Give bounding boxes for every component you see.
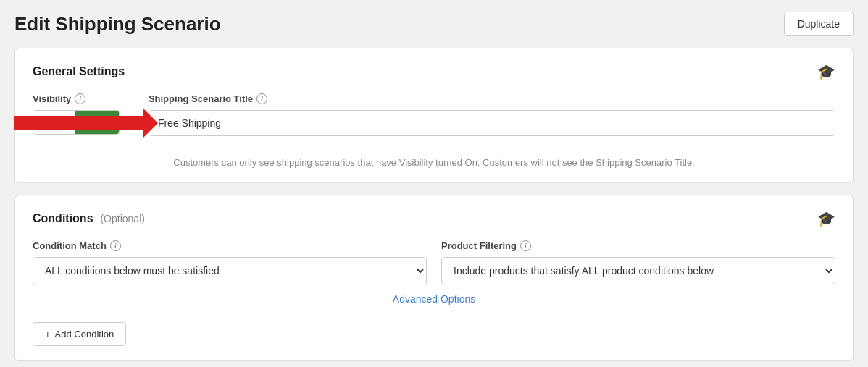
page-title: Edit Shipping Scenario — [14, 13, 221, 35]
conditions-form-row: Condition Match i ALL conditions below m… — [33, 240, 835, 284]
visibility-notice: Customers can only see shipping scenario… — [33, 148, 835, 168]
condition-match-label: Condition Match i — [33, 240, 427, 251]
product-filtering-group: Product Filtering i Include products tha… — [441, 240, 835, 284]
add-condition-area: + Add Condition — [33, 313, 835, 346]
product-filtering-label: Product Filtering i — [441, 240, 835, 251]
visibility-info-icon[interactable]: i — [75, 93, 85, 104]
general-settings-title: General Settings — [33, 65, 125, 78]
add-icon: + — [45, 329, 51, 339]
conditions-header: Conditions (Optional) 🎓 — [33, 210, 835, 227]
help-icon[interactable]: 🎓 — [817, 63, 835, 80]
conditions-title: Conditions — [33, 212, 93, 224]
conditions-help-icon[interactable]: 🎓 — [817, 210, 835, 227]
title-label: Shipping Scenario Title i — [149, 93, 835, 104]
scenario-title-input[interactable] — [149, 110, 835, 136]
product-filtering-info-icon[interactable]: i — [520, 240, 531, 251]
general-settings-header: General Settings 🎓 — [33, 63, 835, 80]
condition-match-info-icon[interactable]: i — [110, 240, 121, 251]
conditions-optional: (Optional) — [100, 213, 144, 224]
advanced-options-link[interactable]: Advanced Options — [393, 293, 475, 305]
title-info-icon[interactable]: i — [256, 93, 267, 104]
general-settings-card: General Settings 🎓 Visibility i Off On S… — [14, 48, 854, 183]
condition-match-select[interactable]: ALL conditions below must be satisfied A… — [33, 257, 427, 284]
condition-match-group: Condition Match i ALL conditions below m… — [33, 240, 427, 284]
visibility-label: Visibility i — [33, 93, 120, 104]
title-group: Shipping Scenario Title i — [149, 93, 835, 136]
conditions-card: Conditions (Optional) 🎓 Condition Match … — [14, 195, 854, 361]
page-header: Edit Shipping Scenario Duplicate — [14, 12, 854, 36]
product-filtering-select[interactable]: Include products that satisfy ALL produc… — [441, 257, 835, 284]
add-condition-button[interactable]: + Add Condition — [33, 322, 126, 346]
conditions-title-group: Conditions (Optional) — [33, 212, 145, 225]
advanced-options-container: Advanced Options — [33, 293, 835, 305]
duplicate-button[interactable]: Duplicate — [784, 12, 854, 36]
general-settings-form-row: Visibility i Off On Shipping Scenario Ti… — [33, 93, 835, 136]
